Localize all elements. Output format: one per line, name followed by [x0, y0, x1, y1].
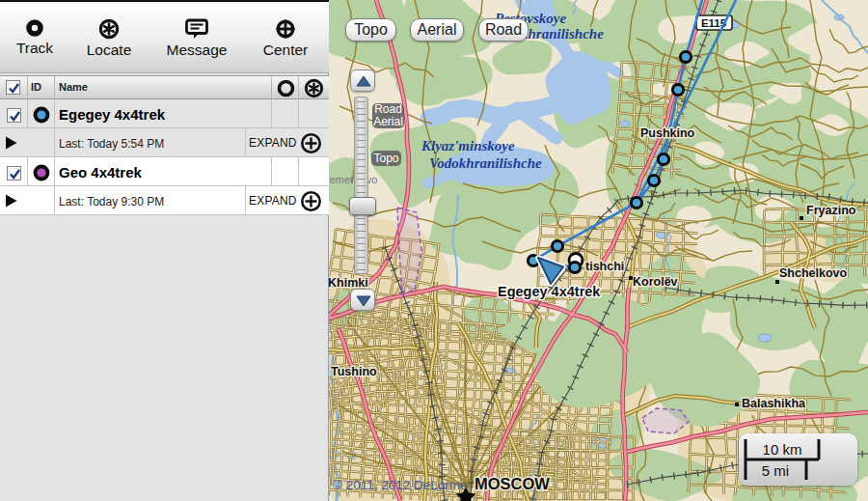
svg-text:Egegey 4x4trek: Egegey 4x4trek [498, 284, 601, 299]
svg-text:Shchelkovo: Shchelkovo [779, 266, 848, 280]
svg-text:10 km: 10 km [763, 441, 802, 458]
svg-text:5 mi: 5 mi [762, 462, 789, 479]
svg-text:Korolëv: Korolëv [633, 275, 678, 289]
svg-text:Balashikha: Balashikha [742, 397, 806, 410]
svg-text:© 2011, 2012 DeLorme: © 2011, 2012 DeLorme [333, 478, 468, 492]
svg-text:Tushino: Tushino [331, 365, 377, 378]
svg-text:MOSCOW: MOSCOW [475, 475, 550, 492]
svg-text:khranilishche: khranilishche [521, 26, 604, 42]
svg-text:Vodokhranilishche: Vodokhranilishche [429, 155, 542, 171]
svg-text:tishchi: tishchi [585, 260, 624, 273]
svg-text:Klyaz'minskoye: Klyaz'minskoye [420, 138, 515, 153]
svg-text:Fryazino: Fryazino [806, 204, 856, 217]
svg-text:Pushkino: Pushkino [640, 126, 695, 140]
